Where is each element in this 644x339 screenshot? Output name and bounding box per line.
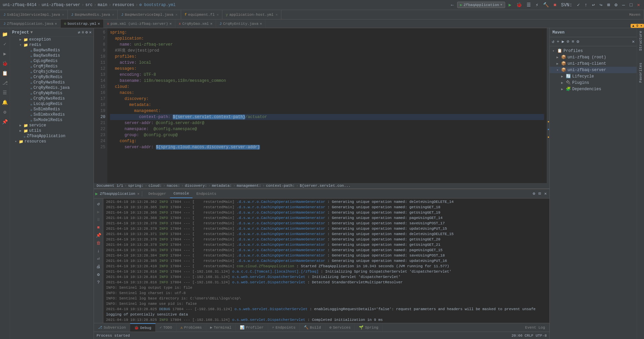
favorites-label[interactable]: Favorites xyxy=(639,63,643,82)
run-config-selector[interactable]: ▶ ZfbaqApplication ▼ xyxy=(457,2,505,8)
back-button[interactable]: ← xyxy=(449,2,455,8)
tree-baqxwsredis[interactable]: ☕ BaqXwsRedis xyxy=(10,53,94,58)
print-btn[interactable]: 🖨 xyxy=(96,264,101,270)
btab-event-log[interactable]: Event Log xyxy=(521,323,549,332)
project-icon[interactable]: 📁 xyxy=(1,31,8,38)
maven-profiles[interactable]: ▾ 📋 Profiles xyxy=(550,48,637,54)
maven-refresh-btn[interactable]: ↺ xyxy=(551,38,555,45)
pin-icon[interactable]: 📌 xyxy=(1,118,8,125)
tree-crqrsjcredis[interactable]: ☕ CrqRsjcRedis xyxy=(10,69,94,74)
tab-bootstrap-yml[interactable]: ⚙ bootstrap.yml ✕ xyxy=(61,19,104,28)
sync-button[interactable]: ⇄ xyxy=(78,30,80,35)
collapse-all-button[interactable]: ≡ xyxy=(82,30,84,35)
maven-add-btn[interactable]: + xyxy=(556,39,560,45)
stop-btn[interactable]: ■ xyxy=(97,224,101,231)
tree-crqryredis[interactable]: ☕ CrqRyRedis.java xyxy=(10,85,94,91)
debug-button[interactable]: 🐞 xyxy=(515,1,523,8)
settings-sidebar-icon[interactable]: ⚙ xyxy=(3,109,7,116)
btab-todo[interactable]: ✓ TODO xyxy=(156,323,176,332)
redo-button[interactable]: ↪ xyxy=(598,1,603,8)
tree-resources[interactable]: ▾ 📁 resources xyxy=(10,139,94,144)
btab-subversion[interactable]: ⎇ Subversion xyxy=(94,323,130,332)
btab-terminal[interactable]: ▶ Terminal xyxy=(206,323,236,332)
project-dropdown[interactable]: ▼ xyxy=(30,30,33,35)
tab-close[interactable]: ✕ xyxy=(112,13,114,17)
tree-crqrywpredis[interactable]: ☕ CrqRyWpRedis xyxy=(10,91,94,96)
split-button[interactable]: ⊞ xyxy=(606,1,611,8)
debug-settings-btn[interactable]: ⚙ xyxy=(531,190,536,197)
tab-maven[interactable]: Maven xyxy=(626,10,644,19)
debug-sidebar-icon[interactable]: 🐞 xyxy=(1,60,8,67)
help-btn[interactable]: ? xyxy=(97,279,101,286)
tab-close[interactable]: ✕ xyxy=(55,21,57,26)
maven-plugins[interactable]: ▶ 🔌 Plugins xyxy=(550,79,637,86)
undo-button[interactable]: ↩ xyxy=(591,1,596,8)
tab-close[interactable]: ✕ xyxy=(169,21,172,26)
profile-button[interactable]: ⚡ xyxy=(534,1,540,8)
btab-endpoints[interactable]: ⚡ Endpoints xyxy=(268,323,300,332)
tree-zfbaqapp[interactable]: ☕ ZfbaqApplication xyxy=(10,133,94,139)
tab-equipment[interactable]: f equipment.fl ✕ xyxy=(181,10,222,19)
tab-close[interactable]: ✕ xyxy=(98,21,100,26)
tree-sxblmbxxredis[interactable]: ☕ SxBlmbxxRedis xyxy=(10,112,94,117)
debug-layout-btn[interactable]: ⊡ xyxy=(537,190,542,197)
svn-check[interactable]: ✓ xyxy=(576,1,581,8)
maven-collapse-btn[interactable]: ≡ xyxy=(571,39,575,45)
scroll-end-btn[interactable]: ↓ xyxy=(97,248,101,254)
tab-baqhwsredis[interactable]: J BaqHwsRedis.java ✕ xyxy=(68,10,118,19)
close-sidebar-button[interactable]: ✕ xyxy=(89,30,92,35)
structure-sidebar-icon[interactable]: ☰ xyxy=(2,89,8,96)
debug-tab-endpoints[interactable]: Endpoints xyxy=(193,189,220,198)
maven-run-btn[interactable]: ▶ xyxy=(561,38,565,45)
maven-settings-btn[interactable]: ⚙ xyxy=(576,38,580,45)
tab-crqryentity[interactable]: J CrqRyEntity.java ✕ xyxy=(216,19,266,28)
notifications-icon[interactable]: 🔔 xyxy=(1,99,8,106)
run-button[interactable]: ▶ xyxy=(507,1,513,8)
debug-tab-console[interactable]: Console xyxy=(170,189,192,198)
code-content[interactable]: spring: application: name: uni-zfbaq-ser… xyxy=(107,28,547,183)
btab-spring[interactable]: 🌱 Spring xyxy=(355,323,383,332)
tab-application-host[interactable]: y application-host.yml ✕ xyxy=(222,10,281,19)
gear-btn[interactable]: ⚙ xyxy=(97,271,101,278)
debug-close[interactable]: ✕ xyxy=(137,192,139,196)
tree-crqrybcredis[interactable]: ☕ CrqRyBcRedis xyxy=(10,74,94,80)
structure-label[interactable]: Structure xyxy=(639,31,643,51)
tree-cqlogredis[interactable]: ☕ CqLogRedis xyxy=(10,58,94,64)
tree-crqryhwsredis[interactable]: ☕ CrqRyHwsRedis xyxy=(10,80,94,85)
coverage-button[interactable]: ☰ xyxy=(525,1,532,8)
build-button[interactable]: 🔨 xyxy=(542,1,550,8)
tree-crqmjredis[interactable]: ☕ CrqMjRedis xyxy=(10,64,94,69)
soft-wrap-btn[interactable]: ⏎ xyxy=(97,256,101,262)
stop-button[interactable]: ■ xyxy=(552,2,557,8)
tab-crqrydao[interactable]: x CrqRyDao.xml ✕ xyxy=(175,19,216,28)
maximize-button[interactable]: □ xyxy=(628,2,634,8)
tab-close[interactable]: ✕ xyxy=(276,13,278,17)
commit-icon[interactable]: ✓ xyxy=(3,41,7,48)
maven-skip-test-btn[interactable]: ⊘ xyxy=(566,38,570,45)
debug-tab-debugger[interactable]: Debugger xyxy=(145,189,169,198)
tree-crqryxwsredis[interactable]: ☕ CrqRyXwsRedis xyxy=(10,96,94,101)
git-icon[interactable]: ⎇ xyxy=(2,79,8,87)
clear-btn[interactable]: 🗑 xyxy=(96,240,101,246)
tab-close[interactable]: ✕ xyxy=(175,13,177,17)
pause-btn[interactable]: ⏸ xyxy=(96,217,101,223)
rerun-btn[interactable]: ↺ xyxy=(97,201,101,207)
warning-badge[interactable]: ▲ 9 ▾ xyxy=(631,24,644,28)
tab-zfbaqapp[interactable]: J ZfbaqApplication.java ✕ xyxy=(0,19,61,28)
tree-exception[interactable]: ▶ 📁 exception xyxy=(10,37,94,42)
btab-services[interactable]: ⚙ Services xyxy=(325,323,355,332)
maven-uni-zfbaq-client[interactable]: ▶ 📦 uni-zfbaq-client xyxy=(550,60,637,67)
tab-close[interactable]: ✕ xyxy=(217,13,219,17)
minimize-button[interactable]: — xyxy=(621,2,626,8)
maven-uni-zfbaq-root[interactable]: ▶ 📦 uni-zfbaq (root) xyxy=(550,54,637,60)
tab-pomxml[interactable]: x pom.xml (uni-zfbaq-server) ✕ xyxy=(104,19,175,28)
tree-baqhwsredis[interactable]: ☕ BaqHwsRedis xyxy=(10,48,94,53)
btab-problems[interactable]: ⚠ Problems xyxy=(176,323,206,332)
run-sidebar-icon[interactable]: ▶ xyxy=(3,50,7,57)
tree-sxblmbbredis[interactable]: ☕ SxBlmbRedis xyxy=(10,107,94,112)
pin-btn[interactable]: 📌 xyxy=(95,232,102,239)
maven-lifecycle[interactable]: ▶ 🔄 Lifecycle xyxy=(550,73,637,79)
tree-redis[interactable]: ▾ 📁 redis xyxy=(10,42,94,48)
tab-close[interactable]: ✕ xyxy=(210,21,213,26)
debug-close-btn[interactable]: ✕ xyxy=(543,190,548,197)
